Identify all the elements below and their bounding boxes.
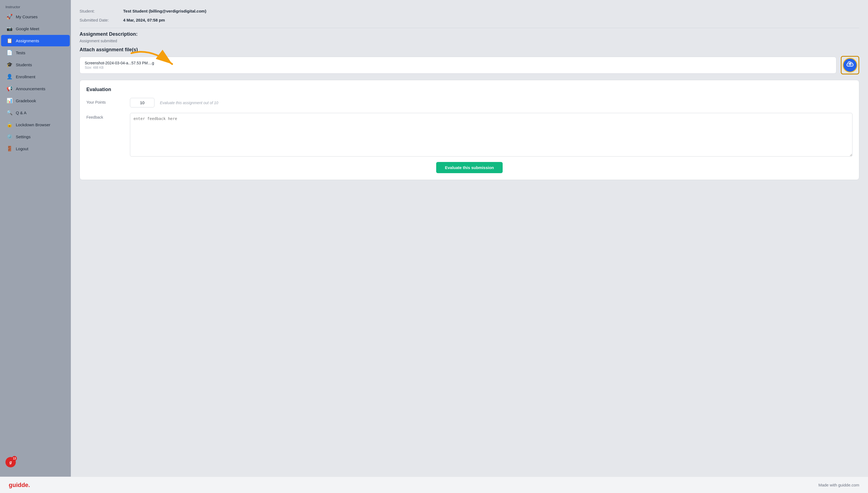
submitted-date-label: Submitted Date:	[79, 18, 123, 22]
sidebar-item-gradebook[interactable]: 📊 Gradebook	[1, 95, 70, 106]
feedback-label: Feedback	[86, 113, 130, 120]
sidebar-item-tests[interactable]: 📄 Tests	[1, 47, 70, 58]
search-icon: 🔍	[6, 110, 13, 115]
sidebar-item-label: Logout	[16, 146, 28, 151]
evaluation-title: Evaluation	[86, 87, 852, 92]
attach-title: Attach assignment file(s)	[79, 47, 859, 52]
sidebar-item-label: My Courses	[16, 15, 38, 19]
rocket-icon: 🚀	[6, 14, 13, 20]
graduation-icon: 🎓	[6, 62, 13, 68]
sidebar-item-label: Gradebook	[16, 99, 36, 103]
feedback-textarea[interactable]	[130, 113, 852, 156]
sidebar-item-label: Tests	[16, 50, 25, 55]
logout-icon: 🚪	[6, 146, 13, 152]
sidebar-item-students[interactable]: 🎓 Students	[1, 59, 70, 70]
cloud-upload-icon	[846, 61, 853, 69]
sidebar-item-label: Q & A	[16, 110, 26, 115]
lock-icon: 🔒	[6, 122, 13, 128]
file-area: Screenshot-2024-03-04-a...57.53 PM....g …	[79, 56, 859, 74]
megaphone-icon: 📢	[6, 86, 13, 92]
assignment-description-text: Assignment submitted	[79, 39, 859, 43]
feedback-row: Feedback	[86, 113, 852, 156]
file-name: Screenshot-2024-03-04-a...57.53 PM....g	[85, 61, 831, 65]
sidebar-item-label: Enrollment	[16, 74, 36, 79]
chart-icon: 📊	[6, 98, 13, 104]
evaluate-button[interactable]: Evaluate this submission	[436, 162, 503, 173]
submitted-date-value: 4 Mar, 2024, 07:58 pm	[123, 18, 165, 22]
divider-1	[79, 28, 859, 28]
student-value: Test Student (billing@verdigrisdigital.c…	[123, 9, 206, 13]
file-box: Screenshot-2024-03-04-a...57.53 PM....g …	[79, 57, 837, 73]
clipboard-icon: 📋	[6, 38, 13, 44]
sidebar-bottom: g 13	[0, 453, 71, 477]
sidebar-item-label: Settings	[16, 134, 30, 139]
your-points-label: Your Points	[86, 98, 130, 104]
sidebar-item-assignments[interactable]: 📋 Assignments	[1, 35, 70, 46]
student-label: Student:	[79, 9, 123, 13]
download-button-wrapper[interactable]	[841, 56, 859, 74]
camera-icon: 📷	[6, 26, 13, 31]
points-input[interactable]	[130, 98, 155, 107]
sidebar-item-logout[interactable]: 🚪 Logout	[1, 143, 70, 154]
sidebar-instructor-label: Instructor	[0, 2, 71, 10]
evaluation-card: Evaluation Your Points Evaluate this ass…	[79, 80, 859, 180]
notification-badge[interactable]: g 13	[5, 457, 16, 467]
sidebar-item-settings[interactable]: ⚙️ Settings	[1, 131, 70, 142]
sidebar-item-label: Google Meet	[16, 26, 39, 31]
sidebar-item-label: Assignments	[16, 39, 39, 43]
sidebar-item-my-courses[interactable]: 🚀 My Courses	[1, 11, 70, 22]
guidde-logo: guidde.	[9, 481, 30, 489]
sidebar-item-label: Lockdown Browser	[16, 123, 50, 127]
submitted-date-row: Submitted Date: 4 Mar, 2024, 07:58 pm	[79, 16, 859, 24]
submit-row: Evaluate this submission	[86, 162, 852, 173]
eval-hint: Evaluate this assignment out of 10	[160, 98, 218, 105]
notification-count: 13	[12, 456, 17, 461]
assignment-description-section: Assignment Description: Assignment submi…	[79, 31, 859, 43]
download-button[interactable]	[843, 58, 858, 72]
points-row: Your Points Evaluate this assignment out…	[86, 98, 852, 107]
sidebar-item-qa[interactable]: 🔍 Q & A	[1, 107, 70, 119]
sidebar-item-google-meet[interactable]: 📷 Google Meet	[1, 23, 70, 34]
sidebar-item-label: Students	[16, 62, 32, 67]
footer: guidde. Made with guidde.com	[0, 477, 868, 493]
main-content: Student: Test Student (billing@verdigris…	[71, 0, 868, 477]
file-size: Size: 488 KB	[85, 66, 831, 69]
sidebar-item-label: Announcements	[16, 86, 45, 91]
sidebar-item-announcements[interactable]: 📢 Announcements	[1, 83, 70, 94]
footer-tagline: Made with guidde.com	[818, 483, 859, 487]
sidebar-item-lockdown-browser[interactable]: 🔒 Lockdown Browser	[1, 119, 70, 130]
gear-icon: ⚙️	[6, 134, 13, 140]
document-icon: 📄	[6, 50, 13, 56]
student-row: Student: Test Student (billing@verdigris…	[79, 6, 859, 16]
sidebar: Instructor 🚀 My Courses 📷 Google Meet 📋 …	[0, 0, 71, 477]
assignment-description-title: Assignment Description:	[79, 31, 859, 37]
sidebar-item-enrollment[interactable]: 👤 Enrollment	[1, 71, 70, 82]
person-icon: 👤	[6, 73, 13, 80]
